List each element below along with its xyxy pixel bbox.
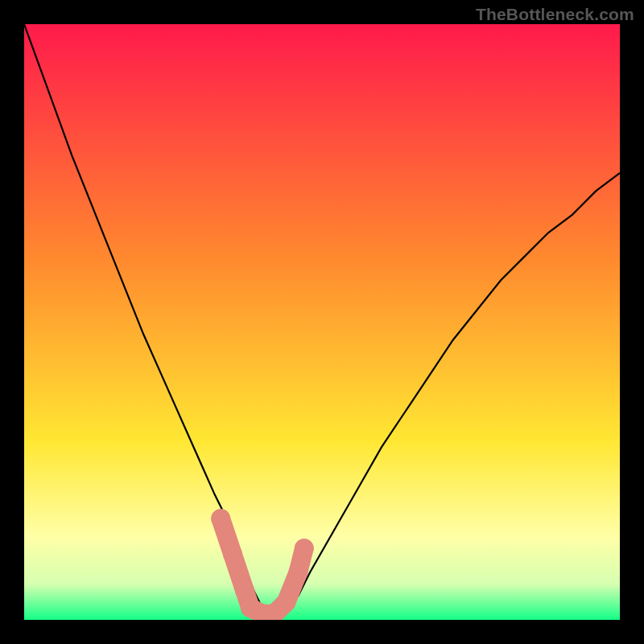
plot-svg	[24, 24, 620, 620]
gradient-background	[24, 24, 620, 620]
chart-frame: TheBottleneck.com	[0, 0, 644, 644]
attribution-text: TheBottleneck.com	[476, 5, 634, 24]
marker-point	[295, 539, 314, 558]
plot-area	[24, 24, 620, 620]
